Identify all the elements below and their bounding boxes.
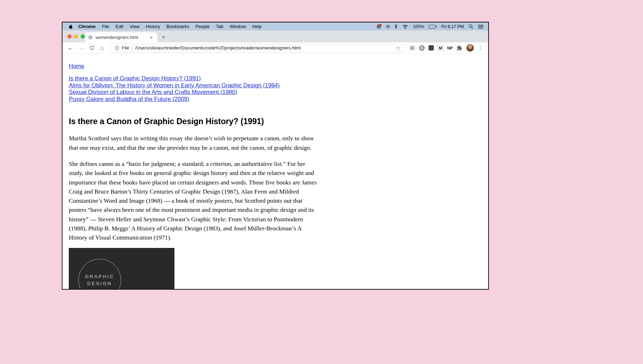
new-tab-button[interactable]: + [159,32,168,42]
extension-icon[interactable]: M [438,45,443,51]
menu-bookmarks[interactable]: Bookmarks [163,24,192,29]
menu-help[interactable]: Help [249,24,265,29]
nav-link-pussy-galore[interactable]: Pussy Galore and Buddha of the Future (2… [69,96,482,103]
page-content: Home Is there a Canon of Graphic Design … [62,54,488,289]
extensions-area: K S M NP [408,45,464,51]
menu-people[interactable]: People [192,24,213,29]
menu-history[interactable]: History [142,24,163,29]
page-info-icon[interactable] [114,46,119,50]
extension-icon[interactable]: K [410,45,415,51]
menu-window[interactable]: Window [226,24,249,29]
menu-file[interactable]: File [99,24,112,29]
nav-link-alms[interactable]: Alms for Oblivion: The History of Women … [69,82,482,89]
nav-link-canon[interactable]: Is there a Canon of Graphic Design Histo… [69,75,482,82]
book-cover-circle: GRAPHIC DESIGN [78,259,121,289]
book-cover-text-line1: GRAPHIC [85,274,114,279]
nav-link-sexual-division[interactable]: Sexual Division of Labour in the Arts an… [69,89,482,96]
forward-button[interactable]: → [77,43,86,53]
url-separator: | [132,45,133,50]
profile-avatar[interactable] [466,44,474,52]
bluetooth-icon[interactable] [394,24,398,29]
home-link[interactable]: Home [69,63,84,69]
tab-strip: womendesigners.html × + [62,31,488,42]
battery-percent-label: 100% [413,24,424,29]
notification-center-icon[interactable] [478,25,483,29]
tab-close-icon[interactable]: × [148,35,154,40]
close-window-button[interactable] [67,34,72,39]
tab-title: womendesigners.html [95,35,146,40]
desktop-background: Chrome File Edit View History Bookmarks … [0,0,643,364]
apple-menu-icon[interactable] [68,24,73,29]
browser-menu-icon[interactable]: ⋮ [475,45,485,51]
extension-icon[interactable]: NP [447,46,453,50]
menu-edit[interactable]: Edit [112,24,126,29]
extension-icon[interactable]: S [419,45,425,51]
browser-window: Chrome File Edit View History Bookmarks … [62,22,489,290]
bookmark-star-icon[interactable]: ☆ [396,45,400,51]
battery-icon [429,25,437,28]
spotlight-icon[interactable] [469,24,473,29]
menu-clock[interactable]: Fri 6:17 PM [441,24,464,29]
browser-tab[interactable]: womendesigners.html × [85,32,157,42]
article-heading: Is there a Canon of Graphic Design Histo… [69,117,482,126]
tab-favicon-globe-icon [88,35,93,40]
article-paragraph: She defines canon as a “basis for judgme… [69,159,319,242]
record-status-icon[interactable] [377,24,381,29]
book-cover-image: GRAPHIC DESIGN [69,248,174,289]
article-nav-links: Is there a Canon of Graphic Design Histo… [69,75,482,102]
zoom-window-button[interactable] [81,34,85,39]
wifi-icon[interactable] [402,24,408,29]
minimize-window-button[interactable] [74,34,78,39]
book-cover-text-line2: DESIGN [87,281,112,286]
menu-app-name[interactable]: Chrome [75,24,99,29]
home-button[interactable]: ⌂ [98,43,107,53]
browser-toolbar: ← → ⌂ File | /Users/oliviaschneider/Docu… [62,42,488,54]
address-bar[interactable]: File | /Users/oliviaschneider/Documents/… [110,44,405,52]
menu-tab[interactable]: Tab [213,24,226,29]
macos-menu-bar: Chrome File Edit View History Bookmarks … [62,22,488,31]
reload-button[interactable] [87,43,96,53]
time-machine-icon[interactable]: ⟲ [386,24,390,29]
menu-view[interactable]: View [126,24,142,29]
article: Is there a Canon of Graphic Design Histo… [69,117,482,289]
extension-icon[interactable] [429,45,434,50]
url-path: /Users/oliviaschneider/Documents/code%20… [135,45,300,50]
back-button[interactable]: ← [66,43,75,53]
article-paragraph: Martha Scotford says that in writing thi… [69,134,319,152]
extensions-puzzle-icon[interactable] [457,45,462,51]
url-scheme-label: File [122,45,129,50]
